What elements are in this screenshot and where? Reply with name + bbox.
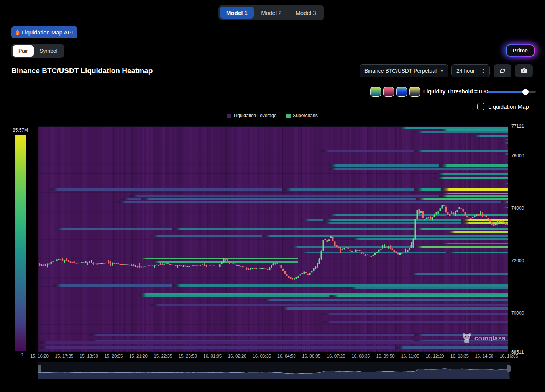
tab-model-2[interactable]: Model 2 — [254, 7, 288, 19]
chevron-down-icon — [440, 70, 443, 72]
tab-symbol[interactable]: Symbol — [34, 45, 63, 57]
x-axis-tick: 15, 22:35 — [154, 354, 172, 358]
y-axis-tick: 74000 — [511, 206, 524, 211]
palette-viridis-button[interactable] — [370, 87, 381, 97]
liquidation-map-toggle[interactable]: Liquidation Map — [477, 103, 529, 110]
camera-icon — [520, 67, 528, 75]
x-axis-tick: 16, 12:20 — [426, 354, 444, 358]
legend-swatch-purple — [227, 114, 231, 118]
model-tabs: Model 1 Model 2 Model 3 — [218, 5, 324, 20]
y-axis-tick: 77121 — [511, 124, 524, 129]
y-axis-tick: 70000 — [511, 310, 524, 316]
legend-item-liquidation-leverage[interactable]: Liquidation Leverage — [227, 113, 276, 118]
prime-button-glow: Prime — [506, 44, 535, 57]
coinglass-logo-icon — [462, 333, 471, 344]
x-axis-tick: 15, 18:50 — [80, 354, 98, 358]
liquidation-map-checkbox-label: Liquidation Map — [488, 103, 529, 110]
x-axis-tick: 16, 02:20 — [228, 354, 246, 358]
stepper-icon — [482, 69, 485, 74]
x-axis-tick: 15, 17:35 — [55, 354, 73, 358]
slider-thumb[interactable] — [522, 89, 529, 95]
colorbar-max-label: 85.57M — [6, 127, 34, 133]
x-axis-tick: 16, 03:35 — [253, 354, 271, 358]
api-button-label: Liquidation Map API — [22, 29, 73, 36]
x-axis-tick: 15, 20:05 — [104, 354, 123, 358]
x-axis-tick: 16, 09:50 — [376, 354, 395, 358]
legend-label: Supercharts — [293, 113, 318, 118]
pair-symbol-toggle: Pair Symbol — [11, 44, 64, 58]
tab-model-3[interactable]: Model 3 — [289, 7, 323, 19]
x-axis-tick: 16, 14:50 — [475, 354, 493, 358]
palette-cividis-button[interactable] — [409, 87, 420, 97]
screenshot-button[interactable] — [515, 64, 533, 77]
x-axis-labels: 15, 16:2015, 17:3515, 18:5015, 20:0515, … — [38, 354, 510, 360]
refresh-icon — [499, 67, 506, 75]
liquidity-threshold-slider[interactable] — [488, 89, 536, 95]
liquidity-threshold-label: Liquidity Threshold = 0.85 — [423, 88, 489, 95]
x-axis-tick: 15, 23:50 — [179, 354, 197, 358]
legend-item-supercharts[interactable]: Supercharts — [286, 113, 318, 118]
prime-button[interactable]: Prime — [507, 45, 534, 56]
interval-select-value: 24 hour — [456, 68, 474, 74]
x-axis-tick: 16, 13:35 — [450, 354, 469, 358]
x-axis-tick: 15, 21:20 — [129, 354, 148, 358]
chart-legend: Liquidation Leverage Supercharts — [227, 113, 318, 118]
colorbar-min-label: 0 — [13, 352, 31, 358]
tab-pair[interactable]: Pair — [13, 45, 34, 57]
pair-select-value: Binance BTC/USDT Perpetual — [364, 68, 437, 74]
x-axis-tick: 16, 07:20 — [327, 354, 345, 358]
watermark-text: coinglass — [474, 335, 506, 342]
page-title: Binance BTC/USDT Liquidation Heatmap — [11, 67, 153, 75]
coinglass-watermark: coinglass — [462, 333, 506, 344]
x-axis-tick: 16, 04:50 — [277, 354, 296, 358]
legend-swatch-green — [286, 114, 291, 118]
y-axis-tick: 72000 — [511, 258, 524, 263]
tab-model-1[interactable]: Model 1 — [220, 7, 254, 19]
interval-select[interactable]: 24 hour — [451, 64, 490, 77]
refresh-button[interactable] — [494, 64, 511, 77]
palette-magma-button[interactable] — [383, 87, 394, 97]
x-axis-tick: 16, 16:05 — [500, 354, 518, 358]
x-axis-tick: 16, 08:35 — [351, 354, 370, 358]
fire-icon — [15, 29, 20, 36]
x-axis-tick: 15, 16:20 — [30, 354, 49, 358]
liquidation-heatmap-canvas[interactable] — [38, 126, 508, 352]
y-axis-tick: 76000 — [511, 153, 524, 158]
colorbar — [15, 135, 26, 351]
x-axis-tick: 16, 01:05 — [203, 354, 222, 358]
palette-blue-button[interactable] — [396, 87, 407, 97]
pair-select[interactable]: Binance BTC/USDT Perpetual — [360, 64, 448, 77]
x-axis-tick: 16, 11:05 — [401, 354, 419, 358]
navigator-canvas[interactable] — [38, 362, 510, 379]
x-axis-tick: 16, 06:05 — [302, 354, 320, 358]
liquidation-map-checkbox[interactable] — [477, 103, 484, 110]
palette-buttons — [370, 87, 420, 97]
liquidation-map-api-button[interactable]: Liquidation Map API — [11, 26, 77, 38]
slider-fill — [488, 91, 525, 93]
navigator-left-handle[interactable] — [38, 365, 41, 372]
navigator-right-handle[interactable] — [507, 365, 511, 372]
legend-label: Liquidation Leverage — [234, 113, 276, 118]
